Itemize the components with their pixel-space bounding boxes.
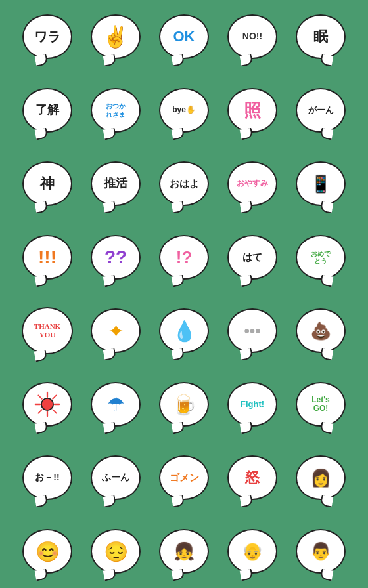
sticker-22[interactable]: ✦: [83, 295, 149, 366]
sticker-24[interactable]: •••: [219, 295, 285, 366]
sticker-37[interactable]: 😔: [83, 516, 149, 587]
sticker-32[interactable]: ふーん: [83, 442, 149, 513]
sticker-14[interactable]: おやすみ: [219, 148, 285, 219]
sticker-31[interactable]: お－!!: [14, 442, 80, 513]
svg-line-7: [53, 395, 56, 398]
sticker-9[interactable]: 照: [219, 75, 285, 146]
svg-line-6: [53, 410, 56, 413]
sticker-17[interactable]: ??: [83, 222, 149, 293]
sticker-20[interactable]: おめでとう: [288, 222, 354, 293]
sticker-15[interactable]: 📱: [288, 148, 354, 219]
sticker-6[interactable]: 了解: [14, 75, 80, 146]
sticker-27[interactable]: ☂: [83, 369, 149, 440]
svg-point-0: [41, 398, 53, 410]
svg-line-8: [38, 410, 41, 413]
svg-line-5: [38, 395, 41, 398]
sticker-35[interactable]: 👩: [288, 442, 354, 513]
sticker-36[interactable]: 😊: [14, 516, 80, 587]
sticker-3[interactable]: OK: [151, 1, 217, 72]
sticker-18[interactable]: !?: [151, 222, 217, 293]
sticker-23[interactable]: 💧: [151, 295, 217, 366]
sticker-26[interactable]: [14, 369, 80, 440]
sticker-8[interactable]: bye✋: [151, 75, 217, 146]
sticker-1[interactable]: ワラ: [14, 1, 80, 72]
sticker-13[interactable]: おはよ: [151, 148, 217, 219]
sticker-40[interactable]: 👨: [288, 516, 354, 587]
sticker-11[interactable]: 神: [14, 148, 80, 219]
sticker-21[interactable]: THANKYOU: [14, 295, 80, 366]
sticker-39[interactable]: 👴: [219, 516, 285, 587]
sticker-33[interactable]: ゴメン: [151, 442, 217, 513]
sticker-7[interactable]: おつかれさま: [83, 75, 149, 146]
sticker-grid: ワラ ✌️ OK NO!! 眠: [8, 0, 360, 588]
sticker-38[interactable]: 👧: [151, 516, 217, 587]
sticker-30[interactable]: Let'sGO!: [288, 369, 354, 440]
sticker-10[interactable]: がーん: [288, 75, 354, 146]
sticker-29[interactable]: Fight!: [219, 369, 285, 440]
sticker-19[interactable]: はて: [219, 222, 285, 293]
sticker-2[interactable]: ✌️: [83, 1, 149, 72]
sticker-16[interactable]: !!!: [14, 222, 80, 293]
sticker-34[interactable]: 怒: [219, 442, 285, 513]
sticker-4[interactable]: NO!!: [219, 1, 285, 72]
sticker-12[interactable]: 推活: [83, 148, 149, 219]
sticker-25[interactable]: 💩: [288, 295, 354, 366]
sticker-28[interactable]: 🍺: [151, 369, 217, 440]
sticker-5[interactable]: 眠: [288, 1, 354, 72]
